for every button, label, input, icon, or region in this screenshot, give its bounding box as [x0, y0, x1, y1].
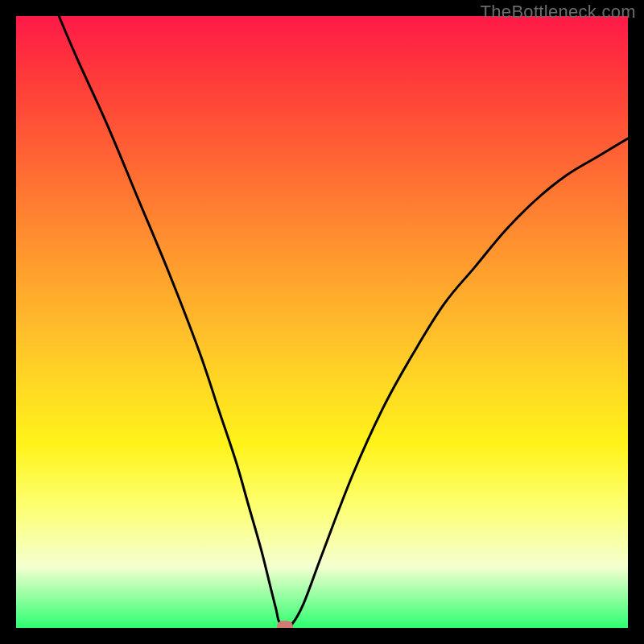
plot-area — [16, 16, 628, 628]
chart-frame: TheBottleneck.com — [0, 0, 644, 644]
watermark-text: TheBottleneck.com — [481, 2, 636, 23]
optimal-point-marker — [277, 621, 293, 628]
bottleneck-curve — [16, 16, 628, 628]
